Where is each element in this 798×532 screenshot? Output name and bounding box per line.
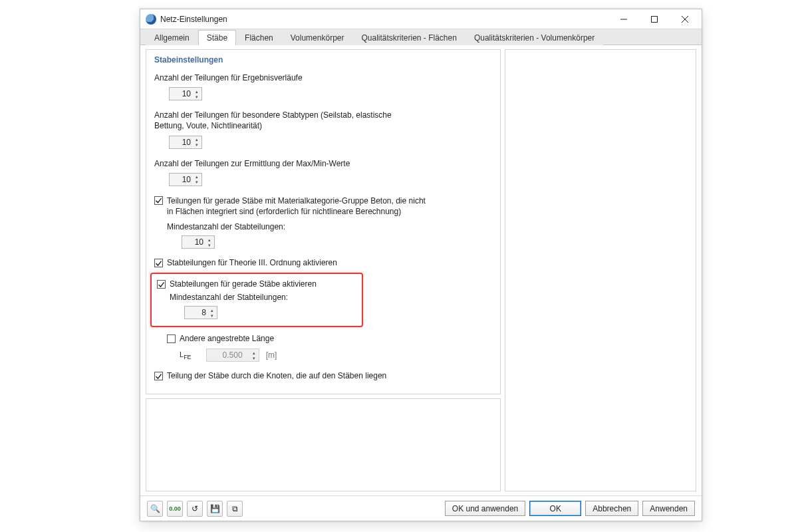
concrete-min-label: Mindestanzahl der Stabteilungen: bbox=[167, 222, 492, 231]
tool-search-icon[interactable]: 🔍 bbox=[147, 501, 163, 517]
ok-and-apply-button[interactable]: OK und anwenden bbox=[445, 501, 525, 516]
spinner-down-icon[interactable]: ▾ bbox=[193, 94, 201, 99]
spinner-down-icon[interactable]: ▾ bbox=[205, 242, 213, 247]
divisions-maxmin-spinner[interactable]: 10 ▴▾ bbox=[169, 173, 202, 186]
tabstrip: Allgemein Stäbe Flächen Volumenkörper Qu… bbox=[140, 29, 702, 45]
spinner-down-icon[interactable]: ▾ bbox=[193, 180, 201, 185]
theory3-label: Stabteilungen für Theorie III. Ordnung a… bbox=[167, 258, 337, 267]
tab-qualitaet-flaechen[interactable]: Qualitätskriterien - Flächen bbox=[352, 30, 465, 45]
cancel-button[interactable]: Abbrechen bbox=[585, 501, 638, 516]
spinner-down-icon: ▾ bbox=[250, 355, 258, 360]
description-panel bbox=[146, 398, 501, 491]
concrete-min-spinner[interactable]: 10 ▴▾ bbox=[182, 235, 215, 249]
ok-button[interactable]: OK bbox=[529, 501, 581, 516]
nodes-division-checkbox[interactable] bbox=[154, 372, 163, 380]
tool-units-icon[interactable]: 0.00 bbox=[167, 501, 183, 517]
minimize-button[interactable] bbox=[608, 9, 639, 29]
app-icon bbox=[146, 14, 156, 25]
dialog-window: Netz-Einstellungen Allgemein Stäbe Fläch… bbox=[140, 9, 702, 521]
spinner-up-icon[interactable]: ▴ bbox=[193, 174, 201, 180]
straight-min-label: Mindestanzahl der Stabteilungen: bbox=[170, 293, 356, 302]
lfe-label: LFE bbox=[180, 350, 192, 360]
settings-panel: Stabeinstellungen Anzahl der Teilungen f… bbox=[146, 49, 501, 394]
spinner-up-icon[interactable]: ▴ bbox=[193, 88, 201, 94]
tab-volumenkoerper[interactable]: Volumenkörper bbox=[282, 30, 353, 45]
lfe-unit: [m] bbox=[266, 350, 277, 360]
other-length-label: Andere angestrebte Länge bbox=[180, 334, 274, 343]
divisions-special-label: Anzahl der Teilungen für besondere Stabt… bbox=[154, 110, 420, 131]
preview-panel bbox=[505, 49, 696, 491]
concrete-divisions-label: Teilungen für gerade Stäbe mit Materialk… bbox=[167, 196, 433, 217]
spinner-up-icon: ▴ bbox=[250, 350, 258, 355]
spinner-down-icon[interactable]: ▾ bbox=[208, 313, 216, 318]
tool-copy-icon[interactable]: ⧉ bbox=[227, 501, 243, 517]
concrete-divisions-checkbox[interactable] bbox=[154, 196, 163, 205]
highlighted-region: Stabteilungen für gerade Stäbe aktiviere… bbox=[150, 273, 363, 327]
dialog-body: Stabeinstellungen Anzahl der Teilungen f… bbox=[140, 45, 702, 495]
other-length-checkbox[interactable] bbox=[167, 334, 176, 343]
divisions-results-spinner[interactable]: 10 ▴▾ bbox=[169, 87, 202, 100]
window-title: Netz-Einstellungen bbox=[160, 15, 608, 24]
tab-allgemein[interactable]: Allgemein bbox=[146, 30, 198, 45]
spinner-up-icon[interactable]: ▴ bbox=[205, 237, 213, 242]
straight-min-spinner[interactable]: 8 ▴▾ bbox=[184, 306, 217, 319]
theory3-checkbox[interactable] bbox=[154, 259, 163, 267]
tab-staebe[interactable]: Stäbe bbox=[198, 30, 236, 45]
titlebar: Netz-Einstellungen bbox=[140, 9, 702, 29]
panel-title: Stabeinstellungen bbox=[154, 55, 492, 65]
tab-qualitaet-volumenkoerper[interactable]: Qualitätskriterien - Volumenkörper bbox=[466, 30, 603, 45]
straight-divisions-label: Stabteilungen für gerade Stäbe aktiviere… bbox=[170, 279, 317, 289]
close-button[interactable] bbox=[670, 9, 700, 29]
tool-reset-icon[interactable]: ↺ bbox=[187, 501, 203, 517]
tool-save-icon[interactable]: 💾 bbox=[207, 501, 223, 517]
straight-divisions-checkbox[interactable] bbox=[157, 280, 166, 289]
divisions-results-label: Anzahl der Teilungen für Ergebnisverläuf… bbox=[154, 72, 420, 83]
left-column: Stabeinstellungen Anzahl der Teilungen f… bbox=[146, 49, 501, 491]
spinner-down-icon[interactable]: ▾ bbox=[193, 142, 201, 148]
apply-button[interactable]: Anwenden bbox=[642, 501, 695, 516]
maximize-button[interactable] bbox=[639, 9, 670, 29]
divisions-maxmin-label: Anzahl der Teilungen zur Ermittlung der … bbox=[154, 158, 420, 169]
svg-rect-1 bbox=[652, 16, 658, 22]
divisions-special-spinner[interactable]: 10 ▴▾ bbox=[169, 136, 202, 149]
lfe-spinner: 0.500 ▴▾ bbox=[206, 348, 259, 362]
footer: 🔍 0.00 ↺ 💾 ⧉ OK und anwenden OK Abbreche… bbox=[140, 495, 702, 521]
spinner-up-icon[interactable]: ▴ bbox=[193, 137, 201, 142]
tab-flaechen[interactable]: Flächen bbox=[236, 30, 282, 45]
nodes-division-label: Teilung der Stäbe durch die Knoten, die … bbox=[167, 371, 386, 380]
spinner-up-icon[interactable]: ▴ bbox=[208, 307, 216, 313]
